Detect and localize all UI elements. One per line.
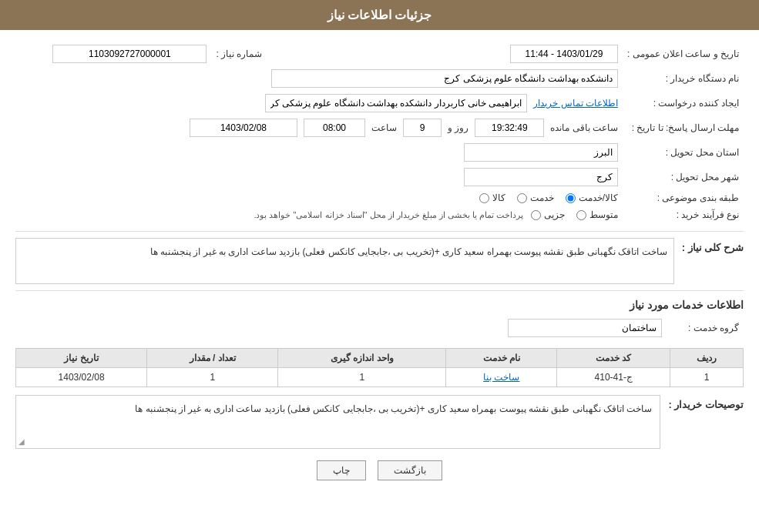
value-grohe <box>15 316 667 340</box>
radio-khedmat: خدمت <box>517 192 554 203</box>
radio-kala-khedmat: کالا/خدمت <box>566 192 618 203</box>
label-mohlat: مهلت ارسال پاسخ: تا تاریخ : <box>623 115 744 140</box>
radio-kala-khedmat-input[interactable] <box>566 193 576 203</box>
radio-kala-khedmat-label: کالا/خدمت <box>579 192 618 203</box>
services-thead: ردیف کد خدمت نام خدمت واحد اندازه گیری ت… <box>16 349 744 368</box>
value-tarikh-eelan <box>327 42 623 66</box>
row-shomare: تاریخ و ساعت اعلان عمومی : شماره نیاز : <box>15 42 744 66</box>
mohlat-saat-input[interactable] <box>304 119 365 137</box>
mohlat-remain-input[interactable] <box>475 119 544 137</box>
col-radif: ردیف <box>670 349 744 368</box>
label-noe-farayand: نوع فرآیند خرید : <box>623 206 744 223</box>
col-unit: واحد اندازه گیری <box>278 349 446 368</box>
tosifat-box-wrapper: ساخت اتاقک نگهبانی طبق نقشه پیوست بهمراه… <box>15 395 660 449</box>
label-shahr: شهر محل تحویل : <box>623 165 744 189</box>
row-mohlat: مهلت ارسال پاسخ: تا تاریخ : ساعت باقی ما… <box>15 115 744 140</box>
info-table: تاریخ و ساعت اعلان عمومی : شماره نیاز : … <box>15 42 744 223</box>
label-ostan: استان محل تحویل : <box>623 140 744 165</box>
label-shomare-niaz: شماره نیاز : <box>211 42 304 66</box>
cell-radif: 1 <box>670 368 744 387</box>
page-title: جزئیات اطلاعات نیاز <box>327 8 432 22</box>
cell-unit: 1 <box>278 368 446 387</box>
row-nam-dastgah: نام دستگاه خریدار : <box>15 66 744 91</box>
ejad-input[interactable] <box>265 94 527 112</box>
main-content: تاریخ و ساعت اعلان عمومی : شماره نیاز : … <box>0 30 759 504</box>
page-wrapper: جزئیات اطلاعات نیاز تاریخ و ساعت اعلان ع… <box>0 0 759 532</box>
services-table: ردیف کد خدمت نام خدمت واحد اندازه گیری ت… <box>15 348 744 387</box>
sharh-section: شرح کلی نیاز : ساخت اتاقک نگهبانی طبق نق… <box>15 238 744 284</box>
farayand-radio-group: متوسط جزیی <box>531 209 618 220</box>
nam-dastgah-input[interactable] <box>271 69 618 88</box>
row-noe-farayand: نوع فرآیند خرید : متوسط جزیی <box>15 206 744 223</box>
value-tarighe: کالا/خدمت خدمت کالا <box>15 189 623 206</box>
radio-kala: کالا <box>479 192 505 203</box>
row-ostan: استان محل تحویل : <box>15 140 744 165</box>
value-shomare-niaz <box>15 42 211 66</box>
label-tarikh-eelan: تاریخ و ساعت اعلان عمومی : <box>623 42 744 66</box>
cell-count: 1 <box>147 368 278 387</box>
bottom-buttons: بازگشت چاپ <box>15 460 744 492</box>
radio-khedmat-label: خدمت <box>530 192 554 203</box>
separator-1 <box>15 231 744 232</box>
value-ostan <box>15 140 623 165</box>
mohlat-saat-label: ساعت <box>371 122 397 133</box>
farayand-note: پرداخت تمام یا بخشی از مبلغ خریدار از مح… <box>254 210 523 220</box>
tosifat-label: توصیحات خریدار : <box>668 395 744 410</box>
shahr-input[interactable] <box>464 168 618 186</box>
ettelaat-tamas-link[interactable]: اطلاعات تماس خریدار <box>533 98 618 109</box>
row-grohe: گروه خدمت : <box>15 316 744 340</box>
radio-kala-label: کالا <box>492 192 505 203</box>
shomare-niaz-input[interactable] <box>52 45 207 63</box>
mohlat-remain-label: ساعت باقی مانده <box>550 122 618 133</box>
row-tarighe: طبقه بندی موضوعی : کالا/خدمت خدمت <box>15 189 744 206</box>
cell-name[interactable]: ساخت بنا <box>446 368 557 387</box>
table-row: 1 ج-41-410 ساخت بنا 1 1 1403/02/08 <box>16 368 744 387</box>
separator-2 <box>15 290 744 291</box>
col-count: تعداد / مقدار <box>147 349 278 368</box>
back-button[interactable]: بازگشت <box>378 460 442 480</box>
col-code: کد خدمت <box>557 349 670 368</box>
resize-icon: ◢ <box>18 437 25 446</box>
page-header: جزئیات اطلاعات نیاز <box>0 0 759 30</box>
sharh-label: شرح کلی نیاز : <box>682 238 744 253</box>
services-header-row: ردیف کد خدمت نام خدمت واحد اندازه گیری ت… <box>16 349 744 368</box>
sharh-text: ساخت اتاقک نگهبانی طبق نقشه پیوست بهمراه… <box>15 238 674 284</box>
label-tarighe: طبقه بندی موضوعی : <box>623 189 744 206</box>
grohe-input[interactable] <box>508 319 662 337</box>
row-shahr: شهر محل تحویل : <box>15 165 744 189</box>
radio-motavasset-input[interactable] <box>576 210 586 220</box>
radio-khedmat-input[interactable] <box>517 193 527 203</box>
radio-motavasset-label: متوسط <box>589 209 618 220</box>
value-ejad: اطلاعات تماس خریدار <box>211 91 623 115</box>
mohlat-roz-label: روز و <box>448 122 468 133</box>
label-ejad: ایجاد کننده درخواست : <box>623 91 744 115</box>
tarikh-eelan-input[interactable] <box>510 45 618 63</box>
tosifat-text: ساخت اتاقک نگهبانی طبق نقشه پیوست بهمراه… <box>15 395 660 449</box>
cell-code: ج-41-410 <box>557 368 670 387</box>
tosifat-section: توصیحات خریدار : ساخت اتاقک نگهبانی طبق … <box>15 395 744 449</box>
print-button[interactable]: چاپ <box>317 460 366 480</box>
label-nam-dastgah: نام دستگاه خریدار : <box>623 66 744 91</box>
radio-motavasset: متوسط <box>576 209 618 220</box>
cell-date: 1403/02/08 <box>16 368 147 387</box>
value-noe-farayand: متوسط جزیی پرداخت تمام یا بخشی از مبلغ خ… <box>15 206 623 223</box>
tarighe-radio-group: کالا/خدمت خدمت کالا <box>20 192 618 203</box>
ostan-input[interactable] <box>464 143 618 162</box>
radio-jozii-label: جزیی <box>544 209 565 220</box>
col-date: تاریخ نیاز <box>16 349 147 368</box>
col-name: نام خدمت <box>446 349 557 368</box>
radio-jozii: جزیی <box>531 209 565 220</box>
services-tbody: 1 ج-41-410 ساخت بنا 1 1 1403/02/08 <box>16 368 744 387</box>
value-nam-dastgah <box>15 66 623 91</box>
radio-kala-input[interactable] <box>479 193 489 203</box>
khadamat-title: اطلاعات خدمات مورد نیاز <box>15 299 744 311</box>
label-grohe: گروه خدمت : <box>667 316 744 340</box>
radio-jozii-input[interactable] <box>531 210 541 220</box>
grohe-table: گروه خدمت : <box>15 316 744 340</box>
mohlat-roz-input[interactable] <box>403 119 442 137</box>
mohlat-date-input[interactable] <box>190 119 297 137</box>
value-mohlat: ساعت باقی مانده روز و ساعت <box>15 115 623 140</box>
row-ejad: ایجاد کننده درخواست : اطلاعات تماس خریدا… <box>15 91 744 115</box>
value-shahr <box>15 165 623 189</box>
